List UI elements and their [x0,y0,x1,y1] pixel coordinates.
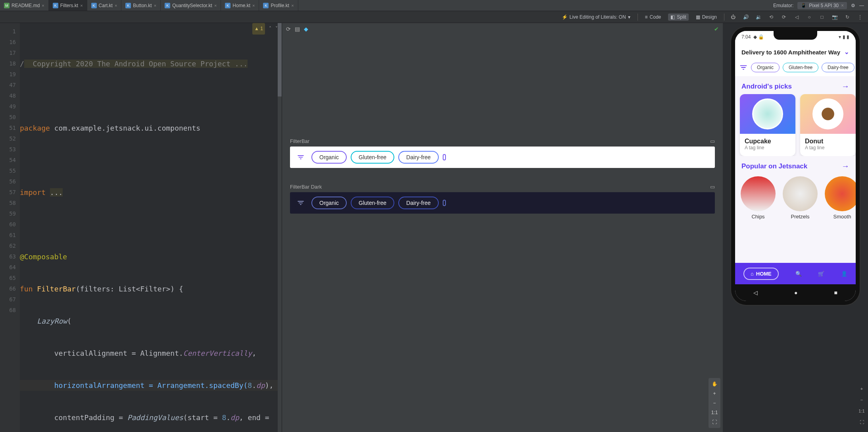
tab-readme[interactable]: MREADME.md× [0,0,49,11]
screenshot-icon[interactable]: 📷 [831,13,839,21]
filter-chip[interactable]: Organic [311,151,347,164]
emulator-panel: + − 1:1 ⛶ 7:04 ◆ 🔒 ▾ ▮ ▮ Delivery to 160… [723,23,868,432]
overview-icon[interactable]: □ [818,13,826,21]
filter-chip[interactable]: Dairy-free [398,151,438,164]
refresh-preview-icon[interactable]: ⟳ [286,26,291,32]
close-icon[interactable]: × [214,3,217,8]
editor-tabs: MREADME.md× KFilters.kt× KCart.kt× KButt… [0,0,868,11]
filter-chip[interactable]: Dairy-free [398,197,438,209]
back-icon[interactable]: ◁ [793,13,801,21]
delivery-address[interactable]: Delivery to 1600 Amphitheater Way⌄ [735,43,856,61]
nav-cart[interactable]: 🛒 [818,271,824,277]
tab-quantity[interactable]: KQuantitySelector.kt× [161,0,221,11]
pan-icon[interactable]: ✋ [710,380,719,388]
filter-chip[interactable] [443,154,446,160]
zoom-in-button[interactable]: + [710,389,719,398]
volume-down-icon[interactable]: 🔉 [755,13,762,21]
filter-chip[interactable] [443,200,446,206]
arrow-right-icon[interactable]: → [841,162,849,171]
home-button[interactable]: ● [794,289,797,296]
filter-list-icon [294,150,307,164]
filter-chip[interactable]: Gluten-free [783,63,818,72]
filter-chip[interactable]: Organic [751,63,780,72]
zoom-out-button[interactable]: − [857,395,866,404]
overview-button[interactable]: ■ [834,289,837,296]
warning-badge[interactable]: ▲ 1 [252,23,265,35]
preview-filterbar-dark[interactable]: Organic Gluten-free Dairy-free [290,192,715,214]
snack-card[interactable]: CupcakeA tag line [740,94,795,156]
tab-cart[interactable]: KCart.kt× [87,0,122,11]
cart-icon: 🛒 [818,271,824,277]
filter-chip-row[interactable]: Organic Gluten-free Dairy-free [735,61,856,76]
volume-up-icon[interactable]: 🔊 [742,13,750,21]
filter-chip[interactable]: Gluten-free [351,151,394,164]
kotlin-file-icon: K [165,3,170,8]
code-inspections[interactable]: ▲ 1˄˅ [252,23,278,35]
zoom-out-button[interactable]: − [710,399,719,407]
notification-icon: ◆ [753,34,757,40]
close-icon[interactable]: × [42,3,44,8]
popular-row[interactable]: Chips Pretzels Smooth [735,174,856,222]
home-icon[interactable]: ○ [805,13,813,21]
filter-list-icon[interactable] [739,63,748,72]
more-icon[interactable]: ⋮ [856,13,864,21]
battery-icon: ▮ [847,34,849,40]
nav-search[interactable]: 🔍 [795,271,802,277]
snack-circle[interactable]: Smooth [825,176,856,220]
close-icon[interactable]: × [841,3,844,8]
design-view-button[interactable]: ▦Design [693,14,719,21]
split-view-button[interactable]: ◧Split [668,14,688,21]
snack-card[interactable]: DonutA tag line [800,94,856,156]
device-frame: 7:04 ◆ 🔒 ▾ ▮ ▮ Delivery to 1600 Amphithe… [731,27,860,305]
device-frame-icon[interactable]: ▭ [710,184,715,190]
tab-profile[interactable]: KProfile.kt× [259,0,298,11]
close-icon[interactable]: × [252,3,255,8]
section-header: Popular on Jetsnack→ [735,156,856,174]
zoom-reset-button[interactable]: 1:1 [710,408,719,417]
arrow-right-icon[interactable]: → [841,82,849,91]
device-selector[interactable]: 📱Pixel 5 API 30× [797,2,847,9]
interactive-preview-icon[interactable]: ◆ [304,26,308,32]
zoom-fit-button[interactable]: ⛶ [857,418,866,426]
close-icon[interactable]: × [115,3,117,8]
back-button[interactable]: ◁ [753,289,758,296]
close-icon[interactable]: × [154,3,156,8]
tab-filters[interactable]: KFilters.kt× [49,0,87,11]
lock-icon: 🔒 [758,34,764,40]
wifi-icon: ▾ [839,34,841,40]
code-editor[interactable]: ▲ 1˄˅ / Copyright 2020 The Android Open … [20,23,282,432]
preview-filterbar-light[interactable]: Organic Gluten-free Dairy-free [290,147,715,168]
code-view-button[interactable]: ≡Code [643,14,664,21]
nav-home[interactable]: ⌂HOME [743,268,779,280]
snack-circle[interactable]: Chips [741,176,776,220]
deploy-preview-icon[interactable]: ▤ [295,26,300,32]
device-frame-icon[interactable]: ▭ [710,138,715,144]
zoom-reset-button[interactable]: 1:1 [857,407,866,415]
device-screen[interactable]: 7:04 ◆ 🔒 ▾ ▮ ▮ Delivery to 1600 Amphithe… [735,31,856,301]
snack-circle[interactable]: Pretzels [783,176,818,220]
chevron-up-icon[interactable]: ˄ [269,23,271,34]
rotate-left-icon[interactable]: ⟲ [767,13,775,21]
settings-icon[interactable]: ⚙ [851,3,855,8]
filter-chip[interactable]: Organic [311,197,347,209]
zoom-fit-button[interactable]: ⛶ [710,418,719,426]
kotlin-file-icon: K [53,3,58,8]
editor-scrollbar[interactable] [278,23,282,432]
nav-profile[interactable]: 👤 [841,271,847,277]
close-icon[interactable]: × [80,3,83,8]
filter-chip[interactable]: Dairy-free [822,63,855,72]
refresh-icon[interactable]: ↻ [843,13,851,21]
zoom-in-button[interactable]: + [857,384,866,393]
bolt-icon: ⚡ [562,14,568,20]
close-icon[interactable]: × [291,3,294,8]
minimize-icon[interactable]: — [859,3,864,8]
pick-cards-row[interactable]: CupcakeA tag line DonutA tag line [735,94,856,156]
preview-zoom-controls: ✋ + − 1:1 ⛶ [709,378,720,428]
main-area: 1 16 17 18 19 47 48 49 50 51 52 53 54 55… [0,23,868,432]
live-edit-toggle[interactable]: ⚡Live Editing of Literals: ON▾ [559,14,633,21]
tab-button[interactable]: KButton.kt× [121,0,161,11]
power-icon[interactable]: ⏻ [729,13,737,21]
filter-chip[interactable]: Gluten-free [351,197,394,209]
rotate-right-icon[interactable]: ⟳ [780,13,788,21]
tab-home[interactable]: KHome.kt× [221,0,259,11]
